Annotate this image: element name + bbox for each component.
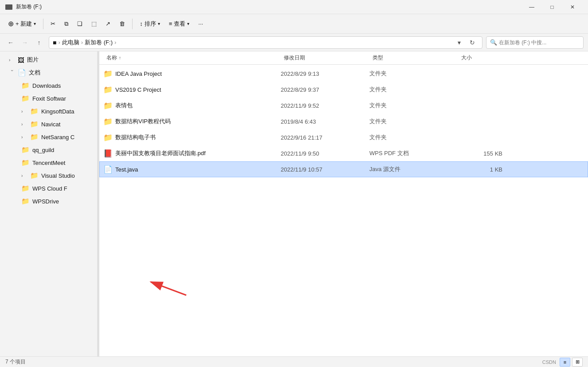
forward-button[interactable]: → [19,36,31,49]
file-name-cell: 📁 表情包 [103,101,281,110]
file-date-cell: 2022/11/9 10:57 [281,166,369,173]
grid-view-button[interactable]: ⊞ [572,358,583,367]
documents-icon: 📄 [18,69,26,77]
table-row[interactable]: 📕 美丽中国支教项目老师面试指南.pdf 2022/11/9 9:50 WPS … [99,145,588,161]
sidebar-item-pictures[interactable]: › 🖼 图片 [2,54,95,66]
table-row[interactable]: 📄 Test.java 2022/11/9 10:57 Java 源文件 1 K… [99,161,588,177]
file-name: IDEA Java Project [115,70,162,77]
file-name: VS2019 C Project [115,86,161,93]
sidebar-item-label: WPSDrive [32,198,92,205]
sidebar-item-qq-guild[interactable]: 📁 qq_guild [2,144,95,156]
file-name-cell: 📄 Test.java [103,165,281,174]
expand-icon: › [10,70,15,76]
file-type: WPS PDF 文档 [369,149,409,157]
sidebar-item-documents[interactable]: › 📄 文档 [2,66,95,79]
refresh-button[interactable]: ↻ [466,36,478,49]
file-type: Java 源文件 [369,165,400,173]
sidebar-item-downloads[interactable]: 📁 Downloads [2,79,95,92]
copy-icon: ⧉ [64,20,68,27]
rename-button[interactable]: ⬚ [88,17,100,31]
file-date: 2022/11/9 9:50 [281,150,319,157]
title-bar: 新加卷 (F:) — □ ✕ [0,0,588,14]
sort-button[interactable]: ↕ 排序 ▾ [136,17,164,31]
folder-icon: 📁 [103,133,113,142]
column-size[interactable]: 大小 [458,52,502,63]
minimize-button[interactable]: — [521,0,542,14]
table-row[interactable]: 📁 IDEA Java Project 2022/8/29 9:13 文件夹 [99,66,588,82]
maximize-button[interactable]: □ [542,0,562,14]
expand-icon: › [21,109,27,114]
view-button[interactable]: ≡ 查看 ▾ [165,17,193,31]
file-area: 名称 ↑ 修改日期 类型 大小 📁 IDEA Java Project 2022… [99,51,588,356]
share-button[interactable]: ↗ [102,17,114,31]
file-name: Test.java [115,166,138,173]
folder-icon: 📁 [30,120,39,128]
cut-button[interactable]: ✂ [47,17,59,31]
expand-icon: › [9,58,15,62]
close-button[interactable]: ✕ [562,0,583,14]
file-date-cell: 2022/11/9 9:50 [281,150,369,157]
sidebar-item-foxit[interactable]: 📁 Foxit Softwar [2,92,95,105]
sidebar-item-navicat[interactable]: › 📁 Navicat [2,118,95,130]
sidebar-item-visual-studio[interactable]: › 📁 Visual Studio [2,169,95,182]
share-icon: ↗ [106,20,110,27]
sort-chevron-icon: ▾ [158,21,160,26]
folder-icon: 📁 [21,82,30,90]
folder-icon: 📁 [103,101,113,110]
brand-label: CSDN [542,359,556,365]
pictures-icon: 🖼 [18,56,24,64]
file-header: 名称 ↑ 修改日期 类型 大小 [99,51,588,65]
sidebar-item-tencent[interactable]: 📁 TencentMeet [2,156,95,169]
table-row[interactable]: 📁 数据结构电子书 2022/9/16 21:17 文件夹 [99,129,588,145]
file-type: 文件夹 [369,133,387,141]
file-date-cell: 2022/9/16 21:17 [281,134,369,141]
folder-icon: 📁 [30,133,39,141]
list-view-button[interactable]: ≡ [560,358,570,367]
table-row[interactable]: 📁 表情包 2022/11/9 9:52 文件夹 [99,98,588,113]
delete-button[interactable]: 🗑 [116,17,129,31]
folder-icon: 📁 [30,172,39,180]
view-label: 查看 [174,20,185,28]
file-date-cell: 2022/8/29 9:13 [281,70,369,77]
new-label: + 新建 [16,20,32,28]
file-name-cell: 📁 IDEA Java Project [103,69,281,78]
address-sep-2: › [81,39,83,46]
up-button[interactable]: ↑ [33,36,45,49]
search-bar[interactable]: 🔍 [486,36,584,49]
sidebar-item-netsarang[interactable]: › 📁 NetSarang C [2,131,95,143]
more-button[interactable]: ··· [195,17,207,31]
address-bar[interactable]: ■ › 此电脑 › 新加卷 (F:) › ▾ ↻ [49,36,482,49]
address-dropdown-button[interactable]: ▾ [453,36,465,49]
folder-icon: 📁 [21,94,30,102]
sidebar-item-kingsoft[interactable]: › 📁 KingsoftData [2,105,95,117]
paste-button[interactable]: ❏ [74,17,86,31]
column-name[interactable]: 名称 ↑ [103,52,280,63]
title-bar-left: 新加卷 (F:) [5,3,42,11]
nav-bar: ← → ↑ ■ › 此电脑 › 新加卷 (F:) › ▾ ↻ 🔍 [0,34,588,51]
folder-icon: 📁 [21,159,30,167]
pdf-icon: 📕 [103,149,113,158]
file-size: 1 KB [490,166,502,173]
new-button[interactable]: ⊕ + 新建 ▾ [4,17,39,31]
file-date: 2019/8/4 6:43 [281,118,316,125]
sidebar-item-wps-cloud[interactable]: 📁 WPS Cloud F [2,182,95,195]
file-date-cell: 2022/8/29 9:37 [281,86,369,93]
table-row[interactable]: 📁 VS2019 C Project 2022/8/29 9:37 文件夹 [99,82,588,98]
sort-label: 排序 [145,20,156,28]
file-date: 2022/9/16 21:17 [281,134,322,141]
column-type[interactable]: 类型 [369,52,458,63]
search-input[interactable] [499,39,580,46]
table-row[interactable]: 📁 数据结构VIP教程代码 2019/8/4 6:43 文件夹 [99,113,588,129]
back-button[interactable]: ← [4,36,17,49]
column-date-label: 修改日期 [284,54,305,62]
address-sep-3: › [114,39,116,46]
copy-button[interactable]: ⧉ [61,17,72,31]
folder-icon: 📁 [103,69,113,78]
sidebar-item-label: 文档 [29,69,92,77]
column-date[interactable]: 修改日期 [280,52,369,63]
address-bar-content: ■ › 此电脑 › 新加卷 (F:) › [53,39,451,47]
address-drive-label: 新加卷 (F:) [85,39,113,47]
sidebar-item-wpsdrive[interactable]: 📁 WPSDrive [2,195,95,207]
sidebar-item-label: WPS Cloud F [32,185,92,192]
view-chevron-icon: ▾ [187,21,189,26]
